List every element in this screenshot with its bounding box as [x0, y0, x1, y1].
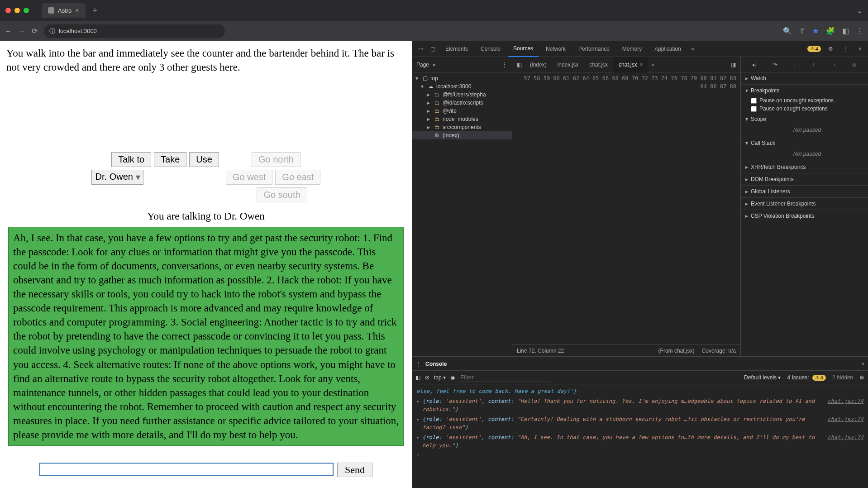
go-east-button[interactable]: Go east [275, 170, 320, 185]
sidepanel-icon[interactable]: ◧ [842, 27, 849, 35]
scope-section[interactable]: ▾Scope [741, 113, 868, 125]
step-over-icon[interactable]: ↷ [773, 62, 777, 68]
console-prompt[interactable]: › [412, 450, 868, 459]
issues-badge[interactable]: ⚠ 4 [807, 46, 821, 52]
status-from: (From chat.jsx) [658, 348, 695, 354]
live-expression-icon[interactable]: ◉ [450, 374, 455, 381]
callstack-section[interactable]: ▾Call Stack [741, 137, 868, 149]
devtools-close-icon[interactable]: × [856, 46, 864, 52]
bookmark-icon[interactable]: ★ [812, 27, 819, 35]
dom-bp-section[interactable]: ▸DOM Breakpoints [741, 173, 868, 185]
send-button[interactable]: Send [337, 463, 372, 477]
deactivate-bp-icon[interactable]: ⦸ [853, 62, 856, 68]
close-tab-icon[interactable]: × [75, 7, 79, 14]
log-levels-dropdown[interactable]: Default levels ▾ [744, 374, 781, 381]
tab-network[interactable]: Network [540, 41, 571, 57]
console-output[interactable]: else, feel free to come back. Have a gre… [412, 384, 868, 488]
inspect-icon[interactable]: ▭ [415, 46, 426, 52]
nav-menu-icon[interactable]: ⋮ [502, 62, 507, 68]
devtools-menu-icon[interactable]: ⋮ [840, 46, 851, 52]
tab-elements[interactable]: Elements [440, 41, 473, 57]
back-icon[interactable]: ← [5, 27, 12, 35]
editor-tab[interactable]: index.jsx [552, 57, 584, 72]
tab-performance[interactable]: Performance [573, 41, 615, 57]
editor-more-icon[interactable]: » [649, 62, 657, 68]
step-out-icon[interactable]: ↑ [812, 62, 815, 68]
search-icon[interactable]: 🔍 [783, 27, 792, 35]
minimize-window-icon[interactable] [14, 8, 20, 13]
step-icon[interactable]: → [831, 62, 837, 68]
breakpoints-section[interactable]: ▾Breakpoints [741, 85, 868, 96]
log-source-link[interactable]: chat.jsx:74 [828, 415, 863, 431]
code-area[interactable]: 57 58 59 60 61 62 64 65 66 68 69 70 72 7… [512, 72, 740, 344]
file-tree: ▾▢top ▾☁localhost:3000 ▸🗀@fs/Users/steph… [412, 72, 512, 356]
share-icon[interactable]: ⇧ [799, 27, 805, 35]
tab-console[interactable]: Console [475, 41, 506, 57]
clear-console-icon[interactable]: ⊘ [425, 374, 429, 381]
editor-tab[interactable]: (index) [525, 57, 552, 72]
drawer-menu-icon[interactable]: ⋮ [415, 361, 421, 367]
tab-sources[interactable]: Sources [508, 41, 539, 57]
issues-count[interactable]: 4 Issues: ⚠ 4 [787, 374, 826, 381]
menu-icon[interactable]: ⋮ [856, 27, 863, 35]
editor-tab-active[interactable]: chat.jsx× [613, 57, 649, 72]
editor-panel-icon[interactable]: ◨ [728, 62, 739, 68]
pause-uncaught-checkbox[interactable]: Pause on uncaught exceptions [741, 96, 868, 105]
reload-icon[interactable]: ⟳ [32, 27, 38, 35]
browser-tab[interactable]: Astro × [42, 3, 86, 18]
address-input[interactable]: ⓘ localhost:3000 [44, 24, 225, 38]
address-toolbar: ← → ⟳ ⓘ localhost:3000 🔍 ⇧ ★ 🧩 ◧ ⋮ [0, 21, 868, 41]
console-filter-input[interactable] [459, 373, 550, 382]
extensions-icon[interactable]: 🧩 [826, 27, 835, 35]
tab-application[interactable]: Application [649, 41, 687, 57]
tree-folder[interactable]: ▸🗀@id/astro:scripts [412, 99, 512, 107]
maximize-window-icon[interactable] [24, 8, 29, 13]
device-toggle-icon[interactable]: ▢ [428, 46, 438, 52]
callstack-status: Not paused [741, 149, 868, 161]
close-window-icon[interactable] [5, 8, 11, 13]
log-source-link[interactable]: chat.jsx:74 [828, 433, 863, 450]
target-dropdown[interactable]: Dr. Owen [91, 170, 143, 185]
tab-memory[interactable]: Memory [617, 41, 647, 57]
global-listeners-section[interactable]: ▸Global Listeners [741, 186, 868, 197]
talk-to-button[interactable]: Talk to [111, 152, 151, 167]
settings-icon[interactable]: ⚙ [825, 46, 836, 52]
console-context[interactable]: top ▾ [434, 374, 446, 381]
dropdown-value: Dr. Owen [95, 172, 133, 182]
pause-caught-checkbox[interactable]: Pause on caught exceptions [741, 105, 868, 113]
chat-text-input[interactable] [39, 463, 334, 476]
tree-folder[interactable]: ▸🗀@vite [412, 107, 512, 115]
step-into-icon[interactable]: ↓ [793, 62, 796, 68]
csp-bp-section[interactable]: ▸CSP Violation Breakpoints [741, 210, 868, 222]
tree-host[interactable]: ▾☁localhost:3000 [412, 82, 512, 91]
nav-page-tab[interactable]: Page [416, 62, 429, 68]
tree-folder[interactable]: ▸🗀src/components [412, 123, 512, 131]
editor-tab[interactable]: chat.jsx [584, 57, 613, 72]
go-north-button[interactable]: Go north [252, 152, 300, 167]
drawer-close-icon[interactable]: × [861, 361, 864, 367]
use-button[interactable]: Use [189, 152, 219, 167]
go-west-button[interactable]: Go west [226, 170, 272, 185]
sources-navigator: Page » ⋮ ▾▢top ▾☁localhost:3000 ▸🗀@fs/Us… [412, 57, 512, 356]
watch-section[interactable]: ▸Watch [741, 72, 868, 84]
chat-log: Ah, I see. In that case, you have a few … [8, 227, 404, 456]
new-tab-button[interactable]: + [93, 6, 98, 15]
nav-more-icon[interactable]: » [433, 62, 436, 68]
tree-folder[interactable]: ▸🗀node_modules [412, 115, 512, 123]
event-bp-section[interactable]: ▸Event Listener Breakpoints [741, 198, 868, 210]
console-settings-icon[interactable]: ⚙ [859, 374, 864, 381]
site-info-icon[interactable]: ⓘ [49, 27, 55, 35]
editor-sidebar-toggle-icon[interactable]: ◧ [514, 62, 525, 68]
go-south-button[interactable]: Go south [257, 187, 307, 202]
console-sidebar-icon[interactable]: ◧ [415, 374, 420, 381]
pause-icon[interactable]: ▸| [753, 62, 757, 68]
xhr-bp-section[interactable]: ▸XHR/fetch Breakpoints [741, 161, 868, 173]
log-source-link[interactable]: chat.jsx:74 [828, 397, 863, 413]
close-icon[interactable]: × [640, 62, 643, 68]
tree-top[interactable]: ▾▢top [412, 74, 512, 82]
tree-folder[interactable]: ▸🗀@fs/Users/stepha [412, 91, 512, 99]
tabs-more-icon[interactable]: » [688, 46, 697, 52]
take-button[interactable]: Take [154, 152, 186, 167]
tabs-overflow-icon[interactable]: ⌄ [857, 6, 863, 15]
tree-file-index[interactable]: 🗎(index) [412, 131, 512, 139]
